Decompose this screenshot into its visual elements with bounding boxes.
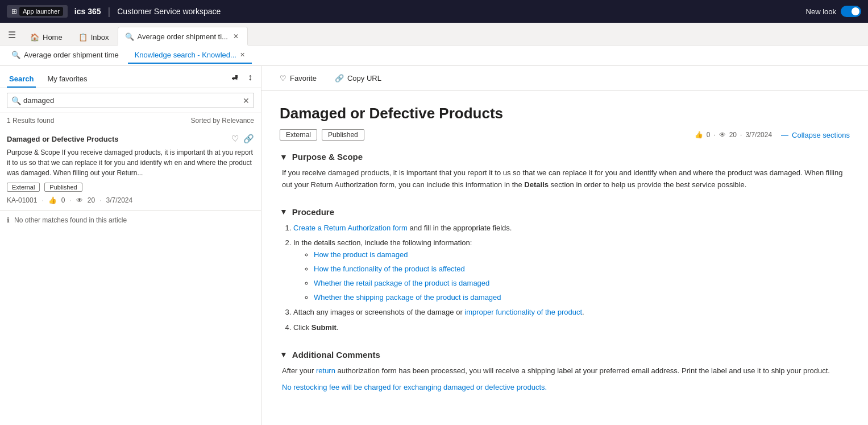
result-meta: KA-01001 · 👍 0 · 👁 20 · 3/7/2024 bbox=[7, 196, 254, 204]
article-badges: External Published bbox=[280, 129, 364, 141]
purpose-scope-body: If you receive damaged products, it is i… bbox=[280, 167, 850, 191]
brand-name: ics 365 bbox=[74, 7, 101, 16]
new-look-label: New look bbox=[806, 7, 836, 16]
grid-icon: ⊞ bbox=[11, 7, 17, 15]
badge-published: Published bbox=[322, 129, 364, 141]
purpose-scope-title: Purpose & Scope bbox=[292, 152, 363, 162]
sub-step-4-link[interactable]: Whether the shipping package of the prod… bbox=[314, 293, 501, 302]
left-panel-tools: ⛸ ↕ bbox=[229, 71, 254, 88]
sub-step-1: How the product is damaged bbox=[314, 249, 850, 261]
article-views: 20 bbox=[729, 131, 737, 139]
new-look-toggle: New look bbox=[806, 6, 861, 17]
additional-comments-title: Additional Comments bbox=[292, 350, 380, 360]
inbox-icon: 📋 bbox=[78, 33, 88, 42]
result-card[interactable]: Damaged or Defective Products ♡ 🔗 Purpos… bbox=[0, 128, 261, 211]
sub-steps: How the product is damaged How the funct… bbox=[293, 249, 850, 303]
sub-tab-knowledge-label: Knowledge search - Knowled... bbox=[135, 51, 236, 59]
tab-inbox[interactable]: 📋 Inbox bbox=[71, 28, 117, 45]
sub-step-1-link[interactable]: How the product is damaged bbox=[314, 250, 408, 259]
results-header: 1 Results found Sorted by Relevance bbox=[0, 113, 261, 128]
chevron-down-icon: ▼ bbox=[280, 350, 288, 359]
section-additional-header[interactable]: ▼ Additional Comments bbox=[280, 350, 850, 360]
clear-icon[interactable]: ✕ bbox=[243, 96, 250, 105]
hamburger-menu[interactable]: ☰ bbox=[5, 25, 19, 45]
article-stats: 👍 0 · 👁 20 · 3/7/2024 bbox=[695, 131, 772, 139]
views-count: 20 bbox=[88, 196, 95, 204]
new-look-switch[interactable] bbox=[841, 6, 861, 17]
app-launcher-tooltip: App launcher bbox=[19, 7, 63, 16]
result-snippet: Purpose & Scope If you receive damaged p… bbox=[7, 147, 254, 178]
link-result-button[interactable]: 🔗 bbox=[243, 134, 254, 144]
sub-step-2-link[interactable]: How the functionality of the product is … bbox=[314, 265, 465, 273]
favorite-label: Favorite bbox=[290, 74, 317, 82]
tab-order-shipment-label: Average order shipment ti... bbox=[138, 32, 228, 41]
step-3-link[interactable]: improper functionality of the product bbox=[464, 308, 582, 316]
likes-count: 0 bbox=[61, 196, 65, 204]
no-match-notice: ℹ No other matches found in this article bbox=[0, 211, 261, 230]
article-date: 3/7/2024 bbox=[745, 131, 772, 139]
home-icon: 🏠 bbox=[30, 33, 39, 42]
info-icon: ℹ bbox=[7, 216, 10, 224]
chevron-down-icon: ▼ bbox=[280, 152, 288, 162]
tag-published: Published bbox=[44, 183, 82, 192]
left-panel-tabs: Search My favorites ⛸ ↕ bbox=[0, 66, 261, 88]
filter-button[interactable]: ⛸ bbox=[229, 71, 242, 84]
step-2: In the details section, include the foll… bbox=[293, 237, 850, 303]
chevron-down-icon: ▼ bbox=[280, 207, 288, 216]
step-3: Attach any images or screenshots of the … bbox=[293, 307, 850, 319]
left-panel: Search My favorites ⛸ ↕ 🔍 ✕ 1 Results fo… bbox=[0, 66, 261, 425]
copy-url-icon: 🔗 bbox=[335, 74, 344, 82]
sub-tab-bar: 🔍 Average order shipment time Knowledge … bbox=[0, 46, 868, 66]
separator: | bbox=[108, 6, 111, 18]
heart-icon: ♡ bbox=[280, 74, 286, 82]
no-restocking-link[interactable]: No restocking fee will be charged for ex… bbox=[282, 383, 547, 391]
views-icon: 👁 bbox=[719, 131, 726, 139]
result-card-header: Damaged or Defective Products ♡ 🔗 bbox=[7, 134, 254, 144]
result-actions: ♡ 🔗 bbox=[231, 134, 254, 144]
tab-close-button[interactable]: ✕ bbox=[231, 32, 240, 41]
sub-tab-close-button[interactable]: ✕ bbox=[240, 51, 245, 59]
left-tab-search[interactable]: Search bbox=[7, 71, 36, 88]
article-likes: 0 bbox=[707, 131, 711, 139]
search-input[interactable] bbox=[7, 93, 254, 108]
search-tab-label: Search bbox=[9, 75, 34, 83]
section-purpose-header[interactable]: ▼ Purpose & Scope bbox=[280, 152, 850, 162]
tab-home[interactable]: 🏠 Home bbox=[23, 28, 70, 45]
tab-inbox-label: Inbox bbox=[91, 33, 109, 42]
left-tab-favorites[interactable]: My favorites bbox=[45, 71, 89, 88]
copy-url-button[interactable]: 🔗 Copy URL bbox=[330, 72, 386, 85]
favorite-result-button[interactable]: ♡ bbox=[231, 134, 239, 144]
procedure-steps: Create a Return Authorization form and f… bbox=[282, 222, 850, 334]
return-link[interactable]: return bbox=[316, 366, 335, 375]
sort-label: Sorted by Relevance bbox=[191, 117, 254, 125]
tab-order-shipment[interactable]: 🔍 Average order shipment ti... ✕ bbox=[118, 27, 248, 46]
search-icon: 🔍 bbox=[11, 96, 21, 105]
step-1-link[interactable]: Create a Return Authorization form bbox=[293, 224, 408, 232]
section-procedure-header[interactable]: ▼ Procedure bbox=[280, 207, 850, 217]
app-launcher-button[interactable]: ⊞ App launcher bbox=[7, 5, 68, 18]
avg-order-icon: 🔍 bbox=[11, 51, 20, 59]
sub-tab-knowledge-search[interactable]: Knowledge search - Knowled... ✕ bbox=[128, 47, 252, 64]
right-panel: ♡ Favorite 🔗 Copy URL Damaged or Defecti… bbox=[261, 66, 868, 425]
sort-button[interactable]: ↕ bbox=[246, 71, 254, 84]
additional-para1: After your return authorization form has… bbox=[282, 365, 850, 377]
article-meta-row: External Published 👍 0 · 👁 20 · 3/7/2024 bbox=[280, 129, 850, 141]
collapse-sections-button[interactable]: — Collapse sections bbox=[781, 131, 850, 139]
sub-tab-avg-order[interactable]: 🔍 Average order shipment time bbox=[5, 47, 126, 64]
copy-url-label: Copy URL bbox=[347, 74, 381, 82]
workspace-title: Customer Service workspace bbox=[117, 7, 799, 16]
article-title: Damaged or Defective Products bbox=[280, 105, 850, 122]
purpose-scope-text: If you receive damaged products, it is i… bbox=[282, 167, 850, 191]
main-layout: Search My favorites ⛸ ↕ 🔍 ✕ 1 Results fo… bbox=[0, 66, 868, 425]
step-1: Create a Return Authorization form and f… bbox=[293, 222, 850, 234]
sub-step-3-link[interactable]: Whether the retail package of the produc… bbox=[314, 279, 489, 287]
tab-home-label: Home bbox=[43, 33, 63, 42]
article-content: Damaged or Defective Products External P… bbox=[261, 91, 868, 423]
sub-step-4: Whether the shipping package of the prod… bbox=[314, 292, 850, 304]
favorite-button[interactable]: ♡ Favorite bbox=[275, 72, 321, 85]
likes-icon: 👍 bbox=[695, 131, 703, 139]
top-bar: ⊞ App launcher ics 365 | Customer Servic… bbox=[0, 0, 868, 23]
search-tab-icon: 🔍 bbox=[125, 32, 134, 41]
procedure-body: Create a Return Authorization form and f… bbox=[280, 222, 850, 334]
tab-bar: ☰ 🏠 Home 📋 Inbox 🔍 Average order shipmen… bbox=[0, 23, 868, 46]
